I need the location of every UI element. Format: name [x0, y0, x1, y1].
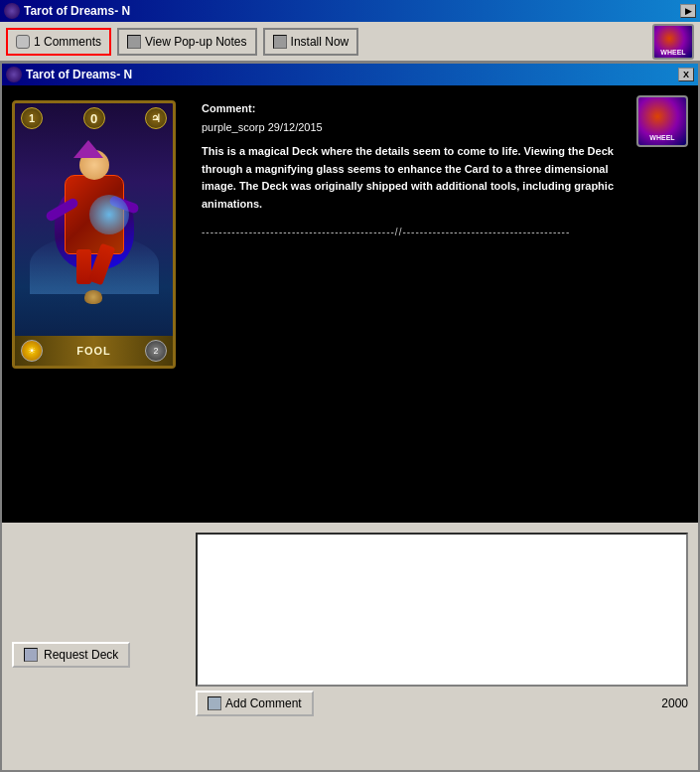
comment-icon	[16, 35, 30, 49]
add-comment-icon	[208, 696, 221, 710]
comment-input-area: Add Comment 2000	[196, 533, 688, 716]
comment-text: This is a magical Deck where the details…	[202, 143, 688, 213]
toolbar: 1 Comments View Pop-up Notes Install Now…	[0, 22, 700, 62]
card-badge-0: 0	[83, 107, 105, 129]
fool-figure	[30, 145, 159, 324]
comment-author: purple_scorp 29/12/2015	[202, 119, 688, 136]
view-notes-button[interactable]: View Pop-up Notes	[117, 28, 257, 56]
comment-label: Comment:	[202, 100, 688, 117]
title-bar-title: Tarot of Dreams- N	[24, 4, 130, 18]
wheel-icon-toolbar: WHEEL	[652, 24, 694, 60]
comments-button[interactable]: 1 Comments	[6, 28, 111, 56]
comment-textarea[interactable]	[196, 533, 688, 687]
inner-title-bar: Tarot of Dreams- N X	[2, 64, 698, 85]
maximize-button[interactable]: ▶	[680, 4, 696, 18]
wheel-corner-icon: WHEEL	[636, 95, 688, 147]
inner-window: Tarot of Dreams- N X 1 0 ♃	[0, 62, 700, 772]
wheel-label: WHEEL	[638, 133, 686, 144]
request-deck-button[interactable]: Request Deck	[12, 642, 130, 668]
inner-close-button[interactable]: X	[678, 68, 694, 81]
card-badge-jupiter: ♃	[145, 107, 167, 129]
char-count: 2000	[661, 696, 688, 710]
add-comment-button[interactable]: Add Comment	[196, 691, 314, 716]
tarot-card: 1 0 ♃	[12, 100, 176, 369]
comment-area: WHEEL Comment: purple_scorp 29/12/2015 T…	[202, 95, 688, 513]
inner-app-icon	[6, 67, 22, 82]
comment-divider: ----------------------------------------…	[202, 225, 688, 239]
title-bar-controls: ▶	[680, 4, 696, 18]
bottom-section: Request Deck Add Comment 2000	[2, 523, 698, 741]
card-sun-badge: ☀	[21, 340, 43, 362]
comment-bottom-bar: Add Comment 2000	[196, 691, 688, 716]
install-now-button[interactable]: Install Now	[263, 28, 359, 56]
install-icon	[273, 35, 287, 49]
card-title: FOOL	[43, 345, 145, 357]
inner-title-text: Tarot of Dreams- N	[26, 68, 132, 81]
card-badge-2: 2	[145, 340, 167, 362]
card-image-area	[15, 133, 173, 336]
app-icon	[4, 3, 20, 19]
notes-icon	[127, 35, 141, 49]
card-badge-1: 1	[21, 107, 43, 129]
request-icon	[24, 648, 38, 662]
main-content: 1 0 ♃	[2, 85, 698, 523]
card-container: 1 0 ♃	[12, 95, 186, 513]
title-bar: Tarot of Dreams- N ▶	[0, 0, 700, 22]
bottom-left-panel: Request Deck	[12, 533, 186, 668]
